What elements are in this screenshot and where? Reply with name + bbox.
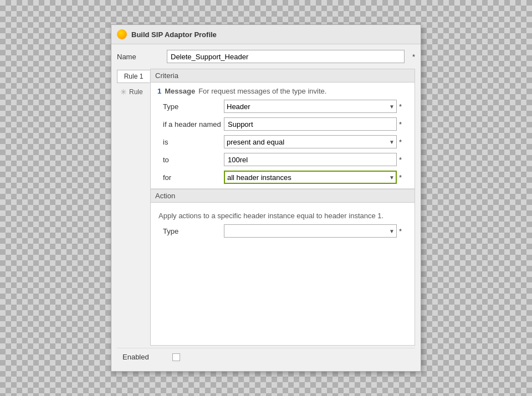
- enabled-row: Enabled: [117, 348, 415, 366]
- action-section: Apply actions to a specific header insta…: [151, 203, 415, 286]
- for-select[interactable]: all header instances first header instan…: [224, 171, 397, 184]
- action-type-select-wrapper: [224, 224, 397, 238]
- message-row: 1 Message For request messages of the ty…: [157, 87, 408, 95]
- is-label: is: [163, 138, 224, 146]
- sidebar: Rule 1 ✳ Rule: [117, 69, 150, 346]
- header-named-required-star: *: [399, 120, 408, 128]
- type-select-wrapper: Header: [224, 100, 397, 113]
- to-label: to: [163, 156, 224, 164]
- is-select-wrapper: present and equal: [224, 135, 397, 148]
- is-required-star: *: [399, 138, 408, 146]
- type-label: Type: [163, 102, 224, 111]
- type-select[interactable]: Header: [224, 100, 397, 113]
- step-number: 1: [157, 87, 161, 95]
- for-label: for: [163, 173, 224, 182]
- message-label: Message: [165, 87, 195, 95]
- is-select[interactable]: present and equal: [224, 135, 397, 148]
- empty-space: [157, 238, 408, 282]
- type-required-star: *: [399, 102, 408, 111]
- snowflake-icon: ✳: [120, 88, 127, 96]
- message-text: For request messages of the type invite.: [198, 87, 326, 95]
- criteria-section: 1 Message For request messages of the ty…: [151, 83, 415, 189]
- action-section-header: Action: [151, 189, 415, 203]
- action-type-label: Type: [163, 227, 224, 235]
- header-named-input[interactable]: [224, 117, 397, 131]
- for-select-wrapper: all header instances first header instan…: [224, 171, 397, 184]
- action-form: Type *: [157, 224, 408, 238]
- content-area: Rule 1 ✳ Rule Criteria 1 Message: [117, 69, 415, 346]
- name-input[interactable]: [167, 50, 405, 63]
- dialog-title: Build SIP Adaptor Profile: [131, 30, 217, 39]
- to-required-star: *: [399, 156, 408, 164]
- action-type-select[interactable]: [224, 224, 397, 238]
- dialog-body: Name * Rule 1 ✳ Rule Criteria: [111, 44, 421, 371]
- name-row: Name *: [117, 50, 415, 63]
- name-label: Name: [117, 53, 161, 61]
- add-rule-button[interactable]: ✳ Rule: [117, 85, 150, 99]
- to-input[interactable]: [224, 153, 397, 166]
- action-type-required-star: *: [399, 227, 408, 235]
- criteria-section-header: Criteria: [151, 69, 415, 83]
- enabled-label: Enabled: [122, 353, 167, 361]
- name-required-star: *: [412, 53, 415, 61]
- dialog-titlebar: Build SIP Adaptor Profile: [111, 25, 421, 44]
- build-sip-adaptor-dialog: Build SIP Adaptor Profile Name * Rule 1 …: [111, 24, 421, 372]
- enabled-checkbox[interactable]: [172, 353, 180, 361]
- dialog-icon: [117, 29, 127, 39]
- for-required-star: *: [399, 173, 408, 182]
- action-description: Apply actions to a specific header insta…: [157, 212, 408, 220]
- header-named-label: if a header named: [163, 120, 224, 128]
- rule1-tab[interactable]: Rule 1: [117, 70, 150, 83]
- criteria-form: Type Header * if a header named * is: [157, 100, 408, 184]
- main-panel: Criteria 1 Message For request messages …: [150, 69, 415, 346]
